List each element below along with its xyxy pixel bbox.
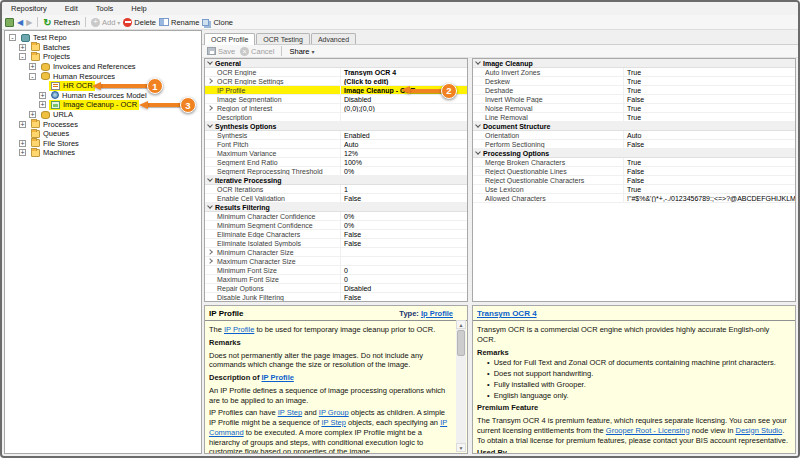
property-row-eliminate-isolated-symbols[interactable]: Eliminate Isolated SymbolsFalse (205, 239, 467, 248)
property-value[interactable]: 0 (341, 275, 467, 283)
tree-expander-icon[interactable]: + (19, 140, 26, 147)
tree-item-projects[interactable]: -Projects (5, 52, 201, 62)
tab-ocr-testing[interactable]: OCR Testing (256, 33, 310, 44)
refresh-button[interactable]: ↻ Refresh (43, 18, 80, 27)
property-value[interactable]: False (341, 194, 467, 202)
property-row-deskew[interactable]: DeskewTrue (473, 77, 795, 86)
property-row-use-lexicon[interactable]: Use LexiconTrue (473, 185, 795, 194)
property-value[interactable]: True (624, 68, 795, 76)
property-value[interactable] (341, 248, 467, 256)
property-row-segment-end-ratio[interactable]: Segment End Ratio100% (205, 158, 467, 167)
property-value[interactable]: True (624, 185, 795, 193)
property-value[interactable]: (0,0);(0,0) (341, 104, 467, 112)
property-value[interactable]: True (624, 113, 795, 121)
property-row-maximum-font-size[interactable]: Maximum Font Size0 (205, 275, 467, 284)
property-row-ocr-iterations[interactable]: OCR Iterations1 (205, 185, 467, 194)
scroll-down-icon[interactable]: ▼ (456, 443, 466, 452)
property-value[interactable]: False (624, 176, 795, 184)
property-value[interactable]: 12% (341, 149, 467, 157)
help-link[interactable]: IP Step (321, 418, 345, 427)
property-row-description[interactable]: Description (205, 113, 467, 122)
expand-chevron-icon[interactable] (205, 248, 215, 256)
expand-chevron-icon[interactable] (205, 77, 215, 85)
property-row-eliminate-edge-characters[interactable]: Eliminate Edge CharactersFalse (205, 230, 467, 239)
tree-expander-icon[interactable]: - (29, 73, 36, 80)
help-link[interactable]: Design Studio (735, 426, 782, 435)
property-value[interactable]: Auto (624, 131, 795, 139)
property-value[interactable] (341, 113, 467, 121)
property-value[interactable]: False (624, 167, 795, 175)
property-value[interactable]: True (624, 77, 795, 85)
type-link[interactable]: Ip Profile (421, 309, 453, 318)
share-button[interactable]: Share ▾ (289, 47, 314, 56)
help-scrollbar[interactable]: ▲ ▼ (456, 320, 466, 452)
tab-advanced[interactable]: Advanced (311, 33, 356, 44)
property-row-deshade[interactable]: DeshadeTrue (473, 86, 795, 95)
property-value[interactable]: False (341, 293, 467, 301)
expand-chevron-icon[interactable] (205, 257, 215, 265)
menu-repository[interactable]: Repository (11, 4, 47, 13)
property-row-repair-options[interactable]: Repair OptionsDisabled (205, 284, 467, 293)
property-row-line-removal[interactable]: Line RemovalTrue (473, 113, 795, 122)
property-row-auto-invert-zones[interactable]: Auto Invert ZonesTrue (473, 68, 795, 77)
grid-section-general[interactable]: General (205, 59, 467, 68)
property-row-invert-whole-page[interactable]: Invert Whole PageFalse (473, 95, 795, 104)
property-value[interactable]: !"#$%&'()*+,-./0123456789:;<=>?@ABCDEFGH… (624, 194, 795, 202)
tree-item-human-resources[interactable]: -Human Resources (5, 71, 201, 81)
tree-item-test-repo[interactable]: -Test Repo (5, 33, 201, 43)
property-row-enable-cell-validation[interactable]: Enable Cell ValidationFalse (205, 194, 467, 203)
property-value[interactable]: 0 (341, 266, 467, 274)
property-value[interactable]: False (624, 140, 795, 148)
property-row-reject-questionable-lines[interactable]: Reject Questionable LinesFalse (473, 167, 795, 176)
delete-button[interactable]: Delete (123, 18, 156, 27)
back-arrow-icon[interactable]: ◀ (17, 18, 23, 27)
help-link[interactable]: IP Profile (262, 373, 294, 382)
property-value[interactable]: 0% (341, 221, 467, 229)
property-row-font-pitch[interactable]: Font PitchAuto (205, 140, 467, 149)
help-link[interactable]: Grooper Root - Licensing (606, 426, 690, 435)
grid-section-iterative-processing[interactable]: Iterative Processing (205, 176, 467, 185)
property-row-noise-removal[interactable]: Noise RemovalTrue (473, 104, 795, 113)
tree-item-queues[interactable]: Queues (5, 129, 201, 139)
tree-item-file-stores[interactable]: +File Stores (5, 139, 201, 149)
menu-help[interactable]: Help (131, 4, 146, 13)
property-row-minimum-font-size[interactable]: Minimum Font Size0 (205, 266, 467, 275)
property-row-perform-sectioning[interactable]: Perform SectioningFalse (473, 140, 795, 149)
help-link[interactable]: IP Step (278, 408, 302, 417)
property-row-image-segmentation[interactable]: Image SegmentationDisabled (205, 95, 467, 104)
grid-section-synthesis-options[interactable]: Synthesis Options (205, 122, 467, 131)
property-row-synthesis[interactable]: SynthesisEnabled (205, 131, 467, 140)
tree-expander-icon[interactable]: + (39, 92, 46, 99)
clone-button[interactable]: Clone (202, 18, 233, 27)
tree-item-human-resources-model[interactable]: +Human Resources Model (5, 91, 201, 101)
tab-ocr-profile[interactable]: OCR Profile (204, 33, 255, 45)
property-value[interactable]: True (624, 86, 795, 94)
help-link[interactable]: IP Group (319, 408, 349, 417)
property-row-maximum-character-size[interactable]: Maximum Character Size (205, 257, 467, 266)
property-value[interactable]: 0% (341, 167, 467, 175)
grid-section-processing-options[interactable]: Processing Options (473, 149, 795, 158)
scrollbar-thumb[interactable] (457, 330, 465, 356)
help-title-link[interactable]: Transym OCR 4 (477, 309, 537, 318)
tree-item-invoices-and-references[interactable]: +Invoices and References (5, 62, 201, 72)
grid-section-results-filtering[interactable]: Results Filtering (205, 203, 467, 212)
property-value[interactable] (341, 257, 467, 265)
help-link[interactable]: IP Profile (224, 325, 254, 334)
tree-item-machines[interactable]: +Machines (5, 148, 201, 158)
property-row-minimum-segment-confidence[interactable]: Minimum Segment Confidence0% (205, 221, 467, 230)
property-value[interactable]: False (341, 239, 467, 247)
tree-expander-icon[interactable]: + (29, 111, 36, 118)
rename-button[interactable]: Rename (159, 18, 199, 27)
tree-expander-icon[interactable]: - (19, 53, 26, 60)
navigator-icon[interactable] (5, 18, 14, 27)
property-value[interactable]: True (624, 104, 795, 112)
property-row-merge-broken-characters[interactable]: Merge Broken CharactersTrue (473, 158, 795, 167)
tree-expander-icon[interactable]: + (19, 44, 26, 51)
tree-item-processes[interactable]: +Processes (5, 119, 201, 129)
property-row-region-of-interest[interactable]: Region of Interest(0,0);(0,0) (205, 104, 467, 113)
property-row-maximum-variance[interactable]: Maximum Variance12% (205, 149, 467, 158)
property-row-disable-junk-filtering[interactable]: Disable Junk FilteringFalse (205, 293, 467, 302)
property-row-minimum-character-confidence[interactable]: Minimum Character Confidence0% (205, 212, 467, 221)
tree-expander-icon[interactable]: + (29, 63, 36, 70)
property-value[interactable]: False (341, 230, 467, 238)
